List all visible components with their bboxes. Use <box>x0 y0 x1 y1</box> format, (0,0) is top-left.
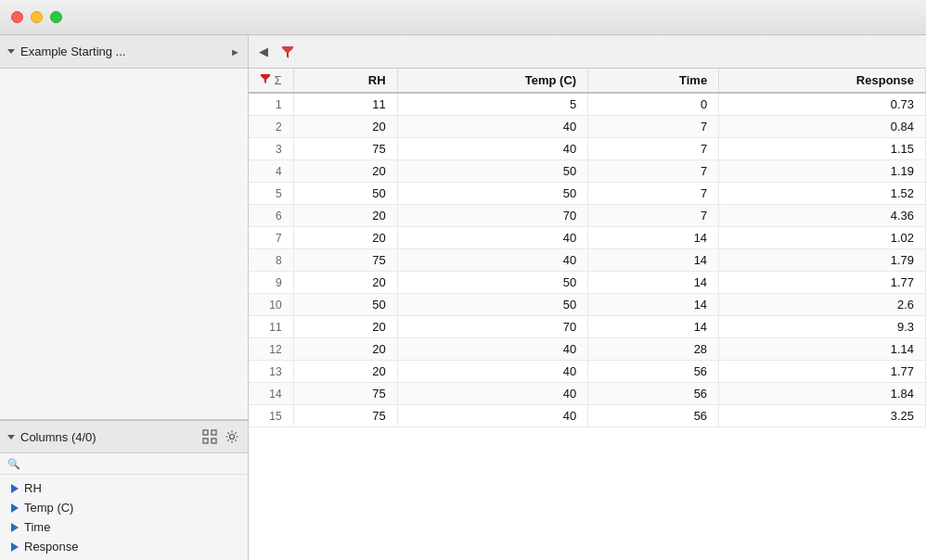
columns-collapse-icon[interactable] <box>7 435 15 439</box>
cell-time: 0 <box>588 93 719 116</box>
cell-time: 7 <box>588 138 719 160</box>
table-row[interactable]: 105050142.6 <box>249 294 926 316</box>
back-arrow-button[interactable]: ◀ <box>254 43 273 61</box>
cell-time: 56 <box>588 361 719 383</box>
cell-rownum: 3 <box>249 138 293 160</box>
cell-rh: 20 <box>293 160 397 183</box>
list-item[interactable]: RH <box>0 478 248 498</box>
table-row[interactable]: 6207074.36 <box>249 205 926 227</box>
list-item[interactable]: Temp (C) <box>0 498 248 517</box>
cell-response: 0.84 <box>719 116 926 138</box>
minimize-button[interactable] <box>31 11 43 23</box>
data-table: Σ RH Temp (C) Time Response 111500.73220… <box>249 69 926 427</box>
cell-rh: 75 <box>293 383 397 405</box>
columns-header[interactable]: Columns (4/0) <box>0 420 248 453</box>
col-header-temp[interactable]: Temp (C) <box>397 69 588 93</box>
columns-panel: Columns (4/0) <box>0 420 248 560</box>
data-table-container[interactable]: Σ RH Temp (C) Time Response 111500.73220… <box>249 69 926 560</box>
sidebar: Example Starting ... ► Columns (4/0) <box>0 35 249 560</box>
cell-response: 1.79 <box>719 249 926 272</box>
column-type-icon <box>11 523 19 532</box>
cell-response: 1.19 <box>719 160 926 183</box>
svg-rect-3 <box>212 439 216 443</box>
svg-rect-0 <box>203 430 208 435</box>
col-header-time[interactable]: Time <box>588 69 719 93</box>
column-type-icon <box>11 484 19 493</box>
cell-rh: 20 <box>293 205 397 227</box>
list-item[interactable]: Time <box>0 517 248 537</box>
datasource-header[interactable]: Example Starting ... ► <box>0 35 248 69</box>
table-row[interactable]: 3754071.15 <box>249 138 926 160</box>
datasource-collapse-icon[interactable] <box>7 49 15 54</box>
cell-rh: 50 <box>293 294 397 316</box>
cell-response: 0.73 <box>719 93 926 116</box>
svg-rect-1 <box>212 430 216 435</box>
cell-rownum: 6 <box>249 205 293 227</box>
table-row[interactable]: 2204070.84 <box>249 116 926 138</box>
table-row[interactable]: 132040561.77 <box>249 361 926 383</box>
columns-search-input[interactable] <box>24 457 240 470</box>
cell-rownum: 1 <box>249 93 293 116</box>
cell-rh: 75 <box>293 249 397 272</box>
table-row[interactable]: 112070149.3 <box>249 316 926 338</box>
column-filter-icon[interactable] <box>260 73 271 84</box>
cell-temp: 50 <box>397 183 588 205</box>
datasource-title: Example Starting ... <box>20 45 225 58</box>
cell-response: 1.84 <box>719 383 926 405</box>
app-body: Example Starting ... ► Columns (4/0) <box>0 35 926 560</box>
table-row[interactable]: 92050141.77 <box>249 272 926 294</box>
columns-settings-button[interactable] <box>201 428 218 445</box>
cell-rownum: 13 <box>249 361 293 383</box>
cell-temp: 40 <box>397 227 588 249</box>
datasource-arrow-icon[interactable]: ► <box>230 46 240 57</box>
cell-response: 1.14 <box>719 338 926 361</box>
svg-marker-7 <box>261 74 270 83</box>
cell-rh: 50 <box>293 183 397 205</box>
columns-gear-button[interactable] <box>224 428 240 445</box>
cell-temp: 40 <box>397 405 588 427</box>
cell-rownum: 7 <box>249 227 293 249</box>
filter-dropdown-icon <box>280 45 295 59</box>
col-header-rownum[interactable]: Σ <box>249 69 293 93</box>
table-row[interactable]: 111500.73 <box>249 93 926 116</box>
table-row[interactable]: 87540141.79 <box>249 249 926 272</box>
columns-search-bar: 🔍 <box>0 453 248 475</box>
cell-temp: 50 <box>397 272 588 294</box>
table-row[interactable]: 72040141.02 <box>249 227 926 249</box>
table-row[interactable]: 5505071.52 <box>249 183 926 205</box>
cell-time: 7 <box>588 183 719 205</box>
table-row[interactable]: 4205071.19 <box>249 160 926 183</box>
table-row[interactable]: 147540561.84 <box>249 383 926 405</box>
close-button[interactable] <box>11 11 23 23</box>
cell-temp: 70 <box>397 316 588 338</box>
cell-rh: 75 <box>293 138 397 160</box>
table-row[interactable]: 157540563.25 <box>249 405 926 427</box>
col-header-rh[interactable]: RH <box>293 69 397 93</box>
cell-rownum: 10 <box>249 294 293 316</box>
svg-rect-2 <box>203 439 208 443</box>
col-header-response[interactable]: Response <box>719 69 926 93</box>
cell-response: 9.3 <box>719 316 926 338</box>
cell-response: 1.77 <box>719 272 926 294</box>
cell-time: 14 <box>588 316 719 338</box>
cell-response: 1.15 <box>719 138 926 160</box>
cell-rownum: 9 <box>249 272 293 294</box>
maximize-button[interactable] <box>50 11 62 23</box>
column-name: Temp (C) <box>24 501 73 515</box>
cell-time: 14 <box>588 249 719 272</box>
column-name: RH <box>24 481 42 495</box>
cell-temp: 50 <box>397 160 588 183</box>
main-content: ◀ Σ <box>249 35 926 560</box>
list-item[interactable]: Response <box>0 537 248 556</box>
cell-rownum: 15 <box>249 405 293 427</box>
column-name: Response <box>24 540 79 554</box>
cell-response: 3.25 <box>719 405 926 427</box>
filter-dropdown-button[interactable] <box>278 43 297 61</box>
table-row[interactable]: 122040281.14 <box>249 338 926 361</box>
cell-temp: 40 <box>397 116 588 138</box>
cell-rownum: 14 <box>249 383 293 405</box>
cell-temp: 40 <box>397 338 588 361</box>
cell-response: 4.36 <box>719 205 926 227</box>
column-name: Time <box>24 520 50 534</box>
column-type-icon <box>11 542 19 552</box>
